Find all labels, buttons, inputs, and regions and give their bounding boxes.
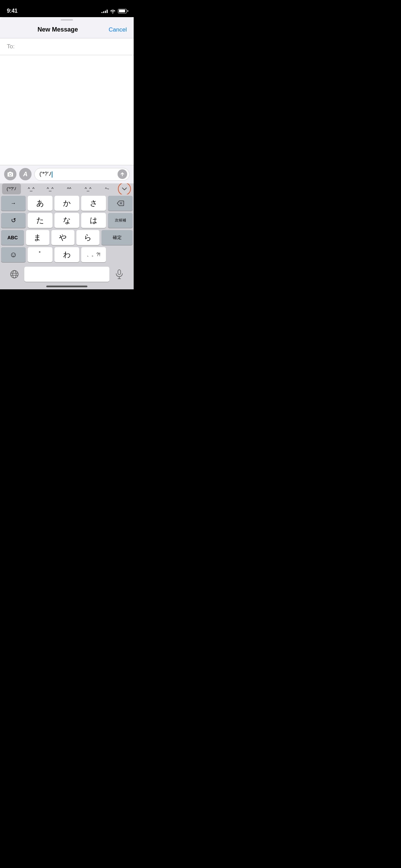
status-time: 9:41 bbox=[7, 8, 17, 14]
text-cursor bbox=[52, 171, 52, 178]
key-wa[interactable]: わ bbox=[54, 247, 79, 262]
key-ta[interactable]: た bbox=[28, 213, 52, 228]
key-sa[interactable]: さ bbox=[81, 196, 106, 211]
key-a[interactable]: あ bbox=[28, 196, 52, 211]
svg-point-1 bbox=[13, 270, 16, 278]
wifi-icon bbox=[110, 9, 116, 13]
svg-point-0 bbox=[11, 270, 18, 278]
chevron-down-icon[interactable] bbox=[118, 183, 131, 194]
to-label: To: bbox=[7, 43, 15, 50]
message-input-text: ('*?'ﾉ bbox=[39, 171, 116, 178]
key-na[interactable]: な bbox=[54, 213, 79, 228]
message-input-wrap: ('*?'ﾉ bbox=[34, 168, 130, 181]
keyboard-row-2: ↺ た な は 次候補 bbox=[1, 213, 133, 228]
to-field: To: bbox=[0, 38, 134, 55]
key-abc[interactable]: ABC bbox=[1, 230, 24, 245]
cancel-button[interactable]: Cancel bbox=[109, 26, 127, 33]
key-delete[interactable] bbox=[108, 196, 133, 211]
key-ha[interactable]: は bbox=[81, 213, 106, 228]
key-ra[interactable]: ら bbox=[76, 230, 99, 245]
svg-rect-4 bbox=[118, 270, 121, 275]
status-bar: 9:41 bbox=[0, 0, 134, 17]
key-undo[interactable]: ↺ bbox=[1, 213, 26, 228]
keyboard-row-1: → あ か さ bbox=[1, 196, 133, 211]
main-content: New Message Cancel To: A ('*?'ﾉ ('*?'ﾉ ^… bbox=[0, 17, 134, 289]
key-pu[interactable]: ﾟ bbox=[28, 247, 52, 262]
keyboard-row-4: ☺ ﾟ わ 、。?! bbox=[1, 247, 133, 262]
status-icons bbox=[101, 9, 127, 13]
input-toolbar: A ('*?'ﾉ bbox=[0, 165, 134, 183]
to-input[interactable] bbox=[17, 43, 127, 50]
send-button[interactable] bbox=[118, 169, 127, 179]
key-confirm[interactable]: 確定 bbox=[101, 230, 133, 245]
suggestion-item-5[interactable]: ^~ bbox=[98, 183, 117, 194]
key-next-candidate[interactable]: 次候補 bbox=[108, 213, 133, 228]
key-punctuation[interactable]: 、。?! bbox=[81, 247, 106, 262]
message-body[interactable] bbox=[0, 55, 134, 165]
camera-button[interactable] bbox=[4, 168, 16, 180]
globe-key[interactable] bbox=[7, 267, 22, 282]
header: New Message Cancel bbox=[0, 21, 134, 38]
suggestion-item-3[interactable]: ^^ bbox=[60, 183, 78, 194]
key-ma[interactable]: ま bbox=[26, 230, 49, 245]
key-ka[interactable]: か bbox=[54, 196, 79, 211]
modal-handle-area bbox=[0, 17, 134, 21]
signal-icon bbox=[101, 9, 108, 13]
suggestions-bar: ('*?'ﾉ ^_^ ^_^ ^^ ^_^ ^~ bbox=[0, 183, 134, 194]
key-arrow[interactable]: → bbox=[1, 196, 26, 211]
header-title: New Message bbox=[7, 26, 109, 33]
keyboard: → あ か さ ↺ た な は 次候補 ABC ま や ら 確定 bbox=[0, 194, 134, 282]
space-key[interactable] bbox=[24, 267, 109, 282]
suggestion-item-4[interactable]: ^_^ bbox=[78, 183, 97, 194]
key-ya[interactable]: や bbox=[51, 230, 74, 245]
keyboard-bottom-row bbox=[1, 264, 133, 282]
battery-icon bbox=[118, 9, 127, 13]
suggestion-item-2[interactable]: ^_^ bbox=[41, 183, 60, 194]
appstore-button[interactable]: A bbox=[19, 168, 32, 180]
key-emoji[interactable]: ☺ bbox=[1, 247, 26, 262]
keyboard-row-3: ABC ま や ら 確定 bbox=[1, 230, 133, 245]
home-indicator bbox=[0, 282, 134, 289]
mic-key[interactable] bbox=[111, 267, 127, 282]
home-bar bbox=[46, 286, 87, 287]
suggestion-item-1[interactable]: ^_^ bbox=[22, 183, 40, 194]
suggestion-item-0[interactable]: ('*?'ﾉ bbox=[2, 183, 21, 194]
